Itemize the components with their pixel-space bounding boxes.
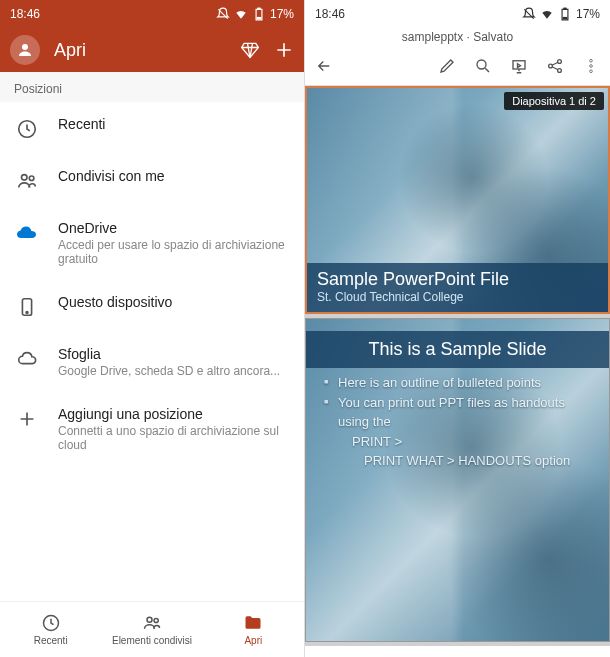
- share-icon: [546, 57, 564, 75]
- clock-icon: [41, 613, 61, 633]
- nav-recents[interactable]: Recenti: [0, 602, 101, 657]
- slide-2[interactable]: This is a Sample Slide Here is an outlin…: [305, 318, 610, 642]
- bullet-item: Here is an outline of bulleted points: [324, 373, 599, 393]
- wifi-icon: [540, 7, 554, 21]
- item-title: OneDrive: [58, 220, 290, 236]
- item-title: Aggiungi una posizione: [58, 406, 290, 422]
- back-button[interactable]: [315, 57, 333, 79]
- item-title: Sfoglia: [58, 346, 290, 362]
- status-battery: 17%: [270, 7, 294, 21]
- slide-1[interactable]: Sample PowerPoint File St. Cloud Technic…: [305, 86, 610, 314]
- svg-point-9: [147, 617, 152, 622]
- status-time: 18:46: [10, 7, 40, 21]
- list-item-onedrive[interactable]: OneDriveAccedi per usare lo spazio di ar…: [0, 206, 304, 280]
- item-title: Recenti: [58, 116, 290, 132]
- svg-point-19: [590, 64, 593, 67]
- nav-open[interactable]: Apri: [203, 602, 304, 657]
- svg-point-10: [154, 618, 158, 622]
- item-subtitle: Google Drive, scheda SD e altro ancora..…: [58, 364, 290, 378]
- app-header: Apri: [0, 28, 304, 72]
- bottom-nav: Recenti Elementi condivisi Apri: [0, 601, 304, 657]
- doc-title: samplepptx · Salvato: [305, 28, 610, 50]
- svg-point-7: [26, 312, 28, 314]
- status-time: 18:46: [315, 7, 345, 21]
- folder-icon: [243, 613, 263, 633]
- svg-point-18: [590, 59, 593, 62]
- clock-icon: [16, 118, 38, 140]
- item-title: Questo dispositivo: [58, 294, 290, 310]
- svg-point-4: [22, 175, 28, 181]
- nav-shared[interactable]: Elementi condivisi: [101, 602, 202, 657]
- slide1-subtitle: St. Cloud Technical College: [317, 290, 598, 304]
- svg-rect-11: [564, 8, 566, 9]
- bell-off-icon: [216, 7, 230, 21]
- plus-icon: [16, 408, 38, 430]
- wifi-icon: [234, 7, 248, 21]
- people-icon: [142, 613, 162, 633]
- status-bar: 18:46 17%: [0, 0, 304, 28]
- present-button[interactable]: [510, 57, 528, 79]
- nav-label: Elementi condivisi: [112, 635, 192, 646]
- page-title: Apri: [54, 40, 226, 61]
- nav-label: Recenti: [34, 635, 68, 646]
- search-button[interactable]: [474, 57, 492, 79]
- battery-icon: [252, 7, 266, 21]
- svg-point-20: [590, 69, 593, 72]
- list-item-recents[interactable]: Recenti: [0, 102, 304, 154]
- nav-label: Apri: [244, 635, 262, 646]
- slide-counter: Diapositiva 1 di 2: [504, 92, 604, 110]
- item-subtitle: Accedi per usare lo spazio di archiviazi…: [58, 238, 290, 266]
- toolbar: [305, 50, 610, 86]
- item-subtitle: Connetti a uno spazio di archiviazione s…: [58, 424, 290, 452]
- svg-rect-0: [258, 8, 260, 9]
- share-button[interactable]: [546, 57, 564, 79]
- slide1-title: Sample PowerPoint File: [317, 269, 598, 290]
- more-button[interactable]: [582, 57, 600, 79]
- more-vertical-icon: [582, 57, 600, 75]
- people-icon: [16, 170, 38, 192]
- svg-rect-1: [257, 18, 261, 19]
- premium-button[interactable]: [240, 40, 260, 60]
- item-title: Condivisi con me: [58, 168, 290, 184]
- section-label: Posizioni: [0, 72, 304, 102]
- svg-rect-12: [563, 18, 567, 19]
- person-icon: [16, 41, 34, 59]
- list-item-shared[interactable]: Condivisi con me: [0, 154, 304, 206]
- list-item-browse[interactable]: SfogliaGoogle Drive, scheda SD e altro a…: [0, 332, 304, 392]
- slide2-heading: This is a Sample Slide: [306, 331, 609, 368]
- edit-button[interactable]: [438, 57, 456, 79]
- presentation-icon: [510, 57, 528, 75]
- svg-point-13: [477, 60, 486, 69]
- phone-icon: [16, 296, 38, 318]
- arrow-left-icon: [315, 57, 333, 75]
- diamond-icon: [240, 40, 260, 60]
- battery-icon: [558, 7, 572, 21]
- cloud-icon: [16, 348, 38, 370]
- status-battery: 17%: [576, 7, 600, 21]
- pencil-icon: [438, 57, 456, 75]
- plus-icon: [274, 40, 294, 60]
- account-button[interactable]: [10, 35, 40, 65]
- svg-point-5: [29, 176, 34, 181]
- onedrive-icon: [15, 222, 39, 246]
- new-button[interactable]: [274, 40, 294, 60]
- list-item-add-location[interactable]: Aggiungi una posizioneConnetti a uno spa…: [0, 392, 304, 466]
- slides-area[interactable]: Diapositiva 1 di 2 Sample PowerPoint Fil…: [305, 86, 610, 646]
- bullet-item: You can print out PPT files as handouts …: [324, 393, 599, 471]
- list-item-device[interactable]: Questo dispositivo: [0, 280, 304, 332]
- search-icon: [474, 57, 492, 75]
- status-bar: 18:46 17%: [305, 0, 610, 28]
- svg-point-2: [22, 44, 28, 50]
- bell-off-icon: [522, 7, 536, 21]
